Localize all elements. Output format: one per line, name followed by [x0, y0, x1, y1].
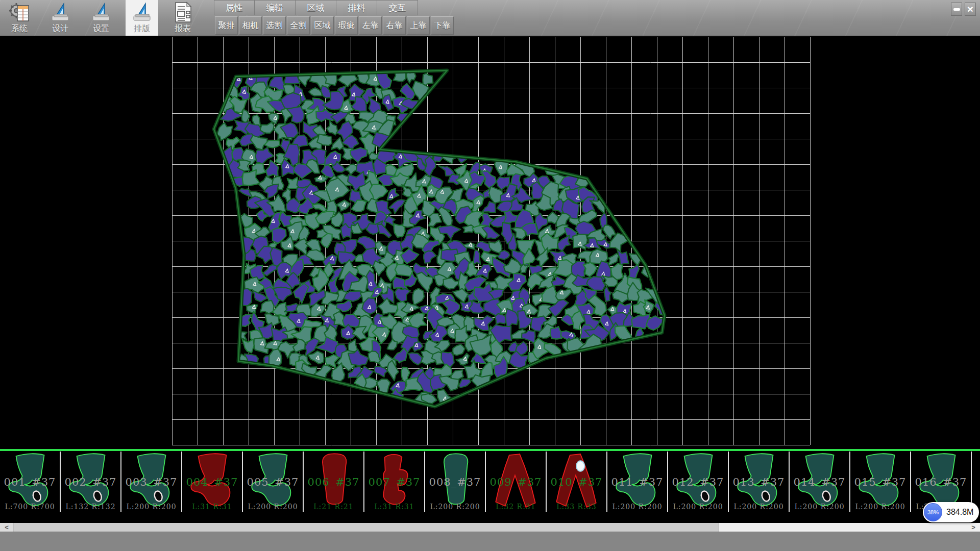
- toolbar-item-label: 设计: [52, 23, 68, 34]
- button-region[interactable]: 区域: [311, 16, 334, 35]
- window-bottom-bar: [0, 532, 980, 551]
- piece-count-label: L:31 R:31: [364, 503, 424, 511]
- piece-thumbnail[interactable]: 015_#37L:200 R:200: [850, 452, 911, 512]
- minimize-button[interactable]: [951, 3, 962, 16]
- piece-thumbnail[interactable]: 011_#37L:200 R:200: [607, 452, 668, 512]
- piece-id-label: 002_#37: [61, 476, 120, 488]
- piece-thumbnail[interactable]: 002_#37L:132 R:132: [61, 452, 121, 512]
- piece-count-label: L:200 R:200: [850, 503, 910, 511]
- tab-interaction[interactable]: 交互: [377, 0, 418, 15]
- piece-id-label: 004_#37: [182, 476, 242, 488]
- piece-count-label: L:21 R:21: [304, 503, 363, 511]
- piece-hole: [576, 461, 584, 471]
- piece-count-label: L:200 R:200: [729, 503, 789, 511]
- piece-thumbnail[interactable]: 013_#37L:200 R:200: [729, 452, 790, 512]
- report-doc-icon: [173, 1, 193, 23]
- toolbar-item-label: 报表: [175, 23, 191, 34]
- close-button[interactable]: ×: [965, 3, 976, 16]
- piece-count-label: L:200 R:200: [790, 503, 849, 511]
- piece-id-label: 012_#37: [668, 476, 728, 488]
- button-camera[interactable]: 相机: [239, 16, 262, 35]
- horizontal-scrollbar[interactable]: < >: [0, 523, 980, 532]
- piece-count-label: L:31 R:31: [182, 503, 242, 511]
- piece-thumbnail[interactable]: 004_#37L:31 R:31: [182, 452, 243, 512]
- tool-buttons: 聚排 相机 选割 全割 区域 瑕疵 左靠 右靠 上靠 下靠: [215, 16, 455, 35]
- piece-thumbnail[interactable]: 012_#37L:200 R:200: [668, 452, 729, 512]
- piece-list-strip: 001_#37L:700 R:700002_#37L:132 R:132003_…: [0, 449, 980, 523]
- piece-thumbnail[interactable]: 005_#37L:200 R:200: [243, 452, 304, 512]
- memory-usage-value: 384.8M: [946, 502, 973, 522]
- piece-count-label: L:132 R:132: [61, 503, 120, 511]
- scroll-left-arrow-icon[interactable]: <: [0, 523, 13, 532]
- toolbar-item-label: 系统: [11, 23, 28, 34]
- toolbar-item-settings[interactable]: 设置: [85, 0, 117, 36]
- button-cut-selected[interactable]: 选割: [263, 16, 286, 35]
- app-toolbar: 系统 设计 设置: [3, 0, 207, 36]
- piece-id-label: 005_#37: [243, 476, 303, 488]
- piece-count-label: L:200 R:200: [607, 503, 667, 511]
- piece-count-label: L:32 R:31: [486, 503, 546, 511]
- tab-properties[interactable]: 属性: [214, 0, 255, 15]
- piece-thumbnail[interactable]: 008_#37L:200 R:200: [425, 452, 486, 512]
- piece-thumbnail[interactable]: 010_#37L:33 R:33: [547, 452, 607, 512]
- toolbar-item-system[interactable]: 系统: [3, 0, 36, 36]
- strip-divider-line: [0, 449, 980, 451]
- button-align-left[interactable]: 左靠: [359, 16, 382, 35]
- piece-thumbnail[interactable]: 001_#37L:700 R:700: [0, 452, 61, 512]
- settings-ruler-icon: [91, 1, 111, 23]
- piece-id-label: 015_#37: [850, 476, 910, 488]
- piece-shape-icon: [976, 452, 980, 510]
- piece-id-label: 006_#37: [304, 476, 363, 488]
- piece-count-label: L:200 R:200: [121, 503, 181, 511]
- piece-id-label: 001_#37: [0, 476, 60, 488]
- toolbar-item-report[interactable]: 报表: [166, 0, 199, 36]
- piece-thumbnails: 001_#37L:700 R:700002_#37L:132 R:132003_…: [0, 452, 980, 512]
- scroll-right-arrow-icon[interactable]: >: [967, 523, 980, 532]
- piece-thumbnail[interactable]: 006_#37L:21 R:21: [304, 452, 364, 512]
- minimize-icon: [953, 8, 960, 11]
- piece-thumbnail[interactable]: 003_#37L:200 R:200: [121, 452, 182, 512]
- piece-count-label: L:200 R:200: [425, 503, 485, 511]
- button-align-right[interactable]: 右靠: [383, 16, 406, 35]
- button-cut-all[interactable]: 全割: [287, 16, 310, 35]
- titlebar: 系统 设计 设置: [0, 0, 980, 36]
- piece-id-label: 011_#37: [607, 476, 667, 488]
- piece-thumbnail[interactable]: 009_#37L:32 R:31: [486, 452, 547, 512]
- menu-tabs: 属性 编辑 区域 排料 交互: [214, 0, 418, 15]
- piece-thumbnail[interactable]: 007_#37L:31 R:31: [364, 452, 425, 512]
- button-defect[interactable]: 瑕疵: [335, 16, 358, 35]
- tab-edit[interactable]: 编辑: [255, 0, 296, 15]
- toolbar-item-design[interactable]: 设计: [44, 0, 77, 36]
- tab-region[interactable]: 区域: [296, 0, 336, 15]
- piece-count-label: L:200 R:200: [668, 503, 728, 511]
- piece-id-label: 003_#37: [121, 476, 181, 488]
- piece-id-label: 014_#37: [790, 476, 849, 488]
- toolbar-item-label: 排版: [134, 23, 150, 34]
- piece-id-label: 013_#37: [729, 476, 789, 488]
- piece-id-label: 009_#37: [486, 476, 546, 488]
- progress-percent-badge: 38%: [924, 503, 942, 521]
- nesting-canvas[interactable]: [0, 36, 980, 449]
- piece-count-label: L:700 R:700: [0, 503, 60, 511]
- nesting-ruler-icon: [132, 1, 152, 23]
- design-ruler-icon: [50, 1, 70, 23]
- button-cluster-nest[interactable]: 聚排: [215, 16, 238, 35]
- memory-status-pill: 38% 384.8M: [923, 502, 979, 522]
- close-icon: ×: [967, 4, 973, 14]
- button-align-top[interactable]: 上靠: [407, 16, 430, 35]
- piece-count-label: L:200 R:200: [243, 503, 303, 511]
- nesting-workspace: [0, 36, 980, 449]
- tab-nesting[interactable]: 排料: [336, 0, 377, 15]
- piece-id-label: 010_#37: [547, 476, 606, 488]
- piece-id-label: 007_#37: [364, 476, 424, 488]
- system-gear-icon: [9, 1, 30, 23]
- scrollbar-thumb[interactable]: [13, 523, 719, 532]
- piece-thumbnail[interactable]: 014_#37L:200 R:200: [790, 452, 850, 512]
- toolbar-item-nesting[interactable]: 排版: [126, 0, 158, 36]
- button-align-bottom[interactable]: 下靠: [431, 16, 454, 35]
- piece-count-label: L:33 R:33: [547, 503, 606, 511]
- toolbar-item-label: 设置: [93, 23, 109, 34]
- piece-id-label: 016_#37: [911, 476, 971, 488]
- piece-id-label: 008_#37: [425, 476, 485, 488]
- window-controls: ×: [948, 3, 976, 16]
